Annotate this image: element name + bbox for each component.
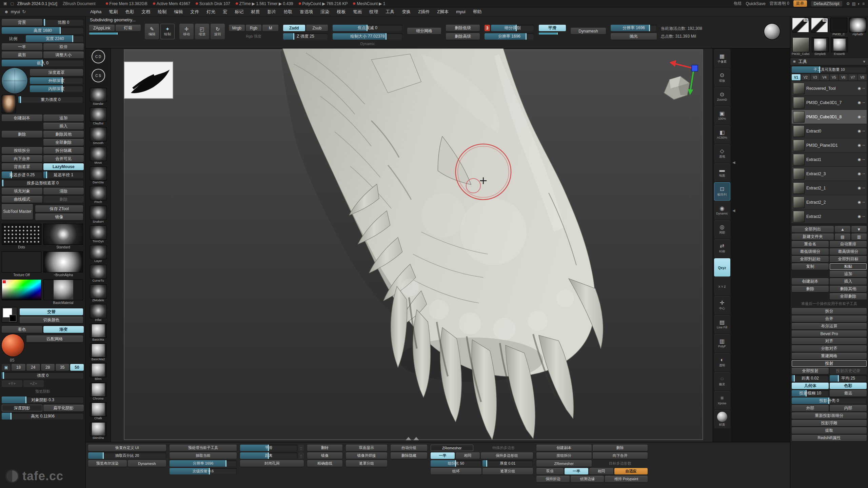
- button-active[interactable]: LazyMouse: [43, 163, 84, 170]
- button[interactable]: 一半: [2, 43, 42, 50]
- button[interactable]: 封闭孔洞: [240, 460, 304, 467]
- brush-thumbnail[interactable]: Inflat: [87, 304, 109, 322]
- brush-thumbnail[interactable]: BasicMa: [87, 324, 109, 342]
- button[interactable]: 深度遮罩: [30, 69, 83, 76]
- slider[interactable]: 投射模糊 10: [792, 390, 829, 396]
- delete-lower-button[interactable]: 删除低级: [446, 25, 480, 31]
- menu-button[interactable]: 菜单: [793, 0, 807, 7]
- button[interactable]: 自动分组: [391, 445, 427, 451]
- button[interactable]: 曲线模式: [2, 196, 42, 203]
- default-zscript-button[interactable]: DefaultZScript: [811, 1, 842, 6]
- view-tab[interactable]: V4: [820, 74, 829, 80]
- focal-shift-slider[interactable]: 焦点衰减 0: [333, 25, 402, 31]
- button-pressed[interactable]: ZRemesher: [431, 445, 473, 451]
- subtool-flag-icons[interactable]: ▪▪: [863, 201, 865, 204]
- edit-button[interactable]: ✎ 编辑: [145, 24, 159, 39]
- button[interactable]: ▤: [835, 233, 850, 240]
- user-chip[interactable]: ☻ myui ↻: [0, 9, 86, 14]
- subtool-row[interactable]: Extract2_3 ◉ ▪▪: [792, 167, 867, 181]
- eye-icon[interactable]: ◉: [858, 171, 861, 176]
- button[interactable]: 背面遮罩: [2, 163, 42, 170]
- shelf-button[interactable]: ▦ 子像素: [714, 49, 730, 68]
- brush-thumbnail[interactable]: ClayBui: [87, 107, 109, 125]
- button[interactable]: 重命名: [792, 241, 829, 247]
- brush-thumbnail[interactable]: Blinn: [87, 363, 109, 381]
- selector-thumbnail[interactable]: BasicMaterial: [43, 279, 83, 305]
- shelf-button[interactable]: ◎ 局部: [714, 220, 730, 239]
- shelf-button[interactable]: ▥ PolyF: [714, 334, 730, 352]
- menu-item[interactable]: 灯光: [203, 9, 219, 15]
- button[interactable]: 18: [12, 364, 25, 371]
- subtool-flag-icons[interactable]: ▪▪: [863, 215, 865, 218]
- subtool-flag-icons[interactable]: ▪▪: [863, 186, 865, 189]
- subtool-flag-icons[interactable]: ▪▪: [863, 115, 865, 118]
- brush-thumbnail[interactable]: Layer: [87, 245, 109, 263]
- button[interactable]: 重新投影面细分: [792, 412, 867, 419]
- button[interactable]: 删除其他: [830, 286, 867, 292]
- resolution-slider[interactable]: 分辨率 1696: [485, 33, 534, 40]
- brush-thumbnail[interactable]: C D: [87, 50, 109, 67]
- subtool-flag-icons[interactable]: ▪▪: [863, 172, 865, 175]
- menu-item[interactable]: 绘制: [154, 9, 170, 15]
- view-tab[interactable]: V7: [848, 74, 857, 80]
- slider[interactable]: 分辨率 1696: [170, 460, 237, 467]
- selector-thumbnail[interactable]: Dots: [2, 224, 41, 249]
- lightbox-slider[interactable]: [89, 33, 141, 35]
- subtool-row[interactable]: Extract0 ◉ ▪▪: [792, 124, 867, 138]
- button[interactable]: 向下合并: [593, 452, 648, 459]
- eye-icon[interactable]: ◉: [858, 129, 861, 133]
- smooth-strength-slider[interactable]: [539, 33, 566, 35]
- button-active[interactable]: 一半: [565, 468, 589, 474]
- button[interactable]: 裁剪: [2, 52, 42, 58]
- shelf-button[interactable]: ◧ AC50%: [714, 125, 730, 144]
- button[interactable]: 双面显示: [346, 445, 387, 451]
- subtool-flag-icons[interactable]: ▪▪: [863, 101, 865, 104]
- brush-thumbnail[interactable]: Smooth: [87, 127, 109, 145]
- polish-button[interactable]: 抛光: [611, 33, 657, 40]
- shelf-button[interactable]: ◌ 幽灵: [714, 372, 730, 390]
- button[interactable]: 最低级细分: [792, 248, 829, 255]
- eye-icon[interactable]: ◉: [858, 157, 861, 162]
- quick-pick-item[interactable]: AlphaBr: [849, 18, 867, 36]
- tool-palette-header[interactable]: ≡ 工具 ▾: [790, 58, 868, 65]
- button[interactable]: 创建副本: [536, 445, 592, 451]
- button[interactable]: ▲: [835, 226, 850, 232]
- button-active[interactable]: 渐变: [43, 326, 84, 333]
- slider[interactable]: 厚度 0.01: [482, 460, 533, 467]
- button[interactable]: 最远: [830, 390, 867, 396]
- slider[interactable]: 延迟步进 0.25: [2, 171, 42, 178]
- eye-icon[interactable]: ◉: [858, 115, 861, 119]
- menu-item[interactable]: 文档: [138, 9, 154, 15]
- menu-item[interactable]: 影片: [263, 9, 280, 15]
- menu-item[interactable]: 模板: [333, 9, 349, 15]
- slider[interactable]: 抽取百分比 20: [88, 452, 166, 459]
- subtool-master-button[interactable]: SubTool Master: [2, 204, 33, 220]
- palette-divider-arrow[interactable]: ◀: [732, 208, 735, 213]
- quick-pick-item[interactable]: 86: [792, 18, 809, 36]
- menu-item[interactable]: 拾取: [280, 9, 296, 15]
- camera-icon[interactable]: ▣: [2, 364, 11, 371]
- button-pressed[interactable]: 深度阴影: [2, 405, 42, 411]
- dynamesh-resolution-slider[interactable]: 分辨率 1696: [611, 25, 657, 31]
- m-button[interactable]: M: [262, 25, 278, 31]
- slider[interactable]: 平滑: [240, 445, 297, 451]
- button[interactable]: 对齐: [792, 338, 867, 344]
- brush-thumbnail[interactable]: SkinSha: [87, 422, 109, 440]
- color-swatches[interactable]: [2, 307, 17, 323]
- button[interactable]: Bevel Pro: [792, 330, 867, 337]
- selector-thumbnail[interactable]: Texture Off: [2, 251, 41, 277]
- shelf-button[interactable]: ⊙ 缩放: [714, 68, 730, 87]
- button[interactable]: ZRemesher: [536, 460, 592, 467]
- eye-icon[interactable]: ◉: [858, 100, 861, 105]
- menu-item[interactable]: 渲染: [317, 9, 333, 15]
- quick-pick-item[interactable]: PM3D_Cube3D1: [792, 37, 810, 56]
- shelf-button[interactable]: ✛ 中心: [714, 296, 730, 314]
- menu-item[interactable]: Z脚本: [433, 9, 452, 15]
- quick-pick-item[interactable]: 86: [811, 18, 828, 36]
- button[interactable]: 提取: [792, 427, 867, 434]
- slider[interactable]: 内部深度: [30, 85, 83, 92]
- draw-size-slider[interactable]: 绘制大小 77.02378: [333, 33, 402, 40]
- shelf-button[interactable]: 材质: [714, 410, 730, 428]
- brush-thumbnail[interactable]: DamSta: [87, 166, 109, 184]
- eye-icon[interactable]: ◉: [858, 143, 861, 147]
